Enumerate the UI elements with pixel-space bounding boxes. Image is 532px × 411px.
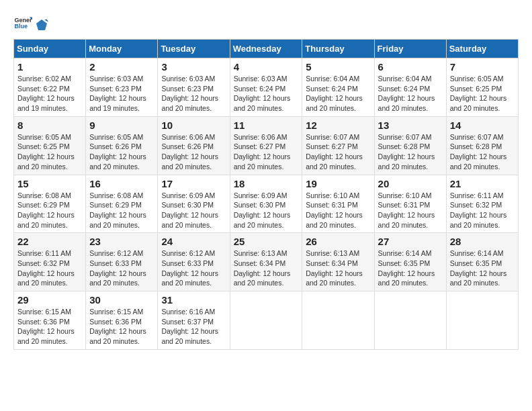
- week-row-1: 1Sunrise: 6:02 AM Sunset: 6:22 PM Daylig…: [14, 58, 519, 117]
- day-info: Sunrise: 6:06 AM Sunset: 6:26 PM Dayligh…: [161, 132, 226, 172]
- day-info: Sunrise: 6:12 AM Sunset: 6:33 PM Dayligh…: [161, 248, 226, 288]
- day-number: 26: [306, 236, 370, 247]
- calendar-cell: 7Sunrise: 6:05 AM Sunset: 6:25 PM Daylig…: [446, 58, 518, 117]
- day-number: 19: [306, 178, 370, 189]
- weekday-header-sunday: Sunday: [14, 40, 86, 58]
- day-number: 2: [89, 61, 154, 73]
- day-number: 27: [378, 236, 443, 247]
- calendar-cell: 29Sunrise: 6:15 AM Sunset: 6:36 PM Dayli…: [14, 291, 86, 350]
- calendar-cell: 6Sunrise: 6:04 AM Sunset: 6:24 PM Daylig…: [374, 58, 446, 117]
- day-info: Sunrise: 6:05 AM Sunset: 6:26 PM Dayligh…: [89, 132, 154, 172]
- day-info: Sunrise: 6:03 AM Sunset: 6:24 PM Dayligh…: [234, 74, 299, 113]
- day-number: 23: [89, 236, 154, 247]
- calendar-cell: 20Sunrise: 6:10 AM Sunset: 6:31 PM Dayli…: [374, 175, 446, 233]
- week-row-5: 29Sunrise: 6:15 AM Sunset: 6:36 PM Dayli…: [14, 291, 519, 350]
- calendar-cell: [230, 291, 302, 350]
- calendar-cell: 12Sunrise: 6:07 AM Sunset: 6:27 PM Dayli…: [302, 116, 374, 175]
- week-row-4: 22Sunrise: 6:11 AM Sunset: 6:32 PM Dayli…: [14, 233, 519, 291]
- day-number: 10: [161, 120, 226, 131]
- logo: General Blue: [13, 13, 48, 32]
- svg-marker-4: [44, 19, 48, 22]
- day-number: 6: [378, 61, 443, 73]
- day-info: Sunrise: 6:13 AM Sunset: 6:34 PM Dayligh…: [234, 248, 299, 288]
- day-number: 21: [450, 178, 515, 189]
- day-number: 31: [161, 294, 226, 306]
- weekday-header-tuesday: Tuesday: [158, 40, 230, 58]
- weekday-header-wednesday: Wednesday: [230, 40, 302, 58]
- day-info: Sunrise: 6:08 AM Sunset: 6:29 PM Dayligh…: [89, 191, 154, 230]
- weekday-header-friday: Friday: [374, 40, 446, 58]
- week-row-3: 15Sunrise: 6:08 AM Sunset: 6:29 PM Dayli…: [14, 175, 519, 233]
- day-number: 18: [234, 178, 299, 189]
- week-row-2: 8Sunrise: 6:05 AM Sunset: 6:25 PM Daylig…: [14, 116, 519, 175]
- day-info: Sunrise: 6:06 AM Sunset: 6:27 PM Dayligh…: [234, 132, 299, 172]
- day-info: Sunrise: 6:11 AM Sunset: 6:32 PM Dayligh…: [450, 191, 515, 230]
- calendar-cell: 16Sunrise: 6:08 AM Sunset: 6:29 PM Dayli…: [86, 175, 158, 233]
- day-number: 28: [450, 236, 515, 247]
- day-info: Sunrise: 6:10 AM Sunset: 6:31 PM Dayligh…: [306, 191, 370, 230]
- calendar-cell: 28Sunrise: 6:14 AM Sunset: 6:35 PM Dayli…: [446, 233, 518, 291]
- day-info: Sunrise: 6:07 AM Sunset: 6:28 PM Dayligh…: [378, 132, 443, 172]
- weekday-header-saturday: Saturday: [446, 40, 518, 58]
- day-number: 16: [89, 178, 154, 189]
- svg-marker-3: [36, 19, 47, 30]
- calendar-table: SundayMondayTuesdayWednesdayThursdayFrid…: [13, 39, 519, 350]
- day-number: 22: [17, 236, 82, 247]
- day-number: 29: [17, 294, 82, 306]
- logo-flag-icon: [35, 18, 48, 32]
- svg-text:Blue: Blue: [14, 23, 28, 30]
- calendar-cell: 10Sunrise: 6:06 AM Sunset: 6:26 PM Dayli…: [158, 116, 230, 175]
- weekday-header-monday: Monday: [86, 40, 158, 58]
- calendar-cell: 15Sunrise: 6:08 AM Sunset: 6:29 PM Dayli…: [14, 175, 86, 233]
- calendar-body: 1Sunrise: 6:02 AM Sunset: 6:22 PM Daylig…: [14, 58, 519, 350]
- day-number: 13: [378, 120, 443, 131]
- calendar-cell: [446, 291, 518, 350]
- day-number: 25: [234, 236, 299, 247]
- calendar-cell: 22Sunrise: 6:11 AM Sunset: 6:32 PM Dayli…: [14, 233, 86, 291]
- calendar-cell: 9Sunrise: 6:05 AM Sunset: 6:26 PM Daylig…: [86, 116, 158, 175]
- calendar-cell: 26Sunrise: 6:13 AM Sunset: 6:34 PM Dayli…: [302, 233, 374, 291]
- day-info: Sunrise: 6:05 AM Sunset: 6:25 PM Dayligh…: [450, 74, 515, 113]
- calendar-cell: 4Sunrise: 6:03 AM Sunset: 6:24 PM Daylig…: [230, 58, 302, 117]
- day-info: Sunrise: 6:14 AM Sunset: 6:35 PM Dayligh…: [378, 248, 443, 288]
- calendar-cell: 30Sunrise: 6:15 AM Sunset: 6:36 PM Dayli…: [86, 291, 158, 350]
- day-info: Sunrise: 6:13 AM Sunset: 6:34 PM Dayligh…: [306, 248, 370, 288]
- day-number: 5: [306, 61, 370, 73]
- calendar-cell: 19Sunrise: 6:10 AM Sunset: 6:31 PM Dayli…: [302, 175, 374, 233]
- calendar-cell: 2Sunrise: 6:03 AM Sunset: 6:23 PM Daylig…: [86, 58, 158, 117]
- day-info: Sunrise: 6:14 AM Sunset: 6:35 PM Dayligh…: [450, 248, 515, 288]
- day-number: 14: [450, 120, 515, 131]
- day-info: Sunrise: 6:05 AM Sunset: 6:25 PM Dayligh…: [17, 132, 82, 172]
- weekday-header-thursday: Thursday: [302, 40, 374, 58]
- day-number: 20: [378, 178, 443, 189]
- calendar-cell: 11Sunrise: 6:06 AM Sunset: 6:27 PM Dayli…: [230, 116, 302, 175]
- calendar-cell: 1Sunrise: 6:02 AM Sunset: 6:22 PM Daylig…: [14, 58, 86, 117]
- day-info: Sunrise: 6:03 AM Sunset: 6:23 PM Dayligh…: [89, 74, 154, 113]
- day-number: 1: [17, 61, 82, 73]
- calendar-cell: 23Sunrise: 6:12 AM Sunset: 6:33 PM Dayli…: [86, 233, 158, 291]
- calendar-cell: 3Sunrise: 6:03 AM Sunset: 6:23 PM Daylig…: [158, 58, 230, 117]
- logo-icon: General Blue: [13, 13, 32, 32]
- calendar-cell: 5Sunrise: 6:04 AM Sunset: 6:24 PM Daylig…: [302, 58, 374, 117]
- day-number: 11: [234, 120, 299, 131]
- calendar-cell: 13Sunrise: 6:07 AM Sunset: 6:28 PM Dayli…: [374, 116, 446, 175]
- calendar-cell: 17Sunrise: 6:09 AM Sunset: 6:30 PM Dayli…: [158, 175, 230, 233]
- day-number: 24: [161, 236, 226, 247]
- day-info: Sunrise: 6:16 AM Sunset: 6:37 PM Dayligh…: [161, 307, 226, 347]
- day-info: Sunrise: 6:03 AM Sunset: 6:23 PM Dayligh…: [161, 74, 226, 113]
- calendar-cell: 18Sunrise: 6:09 AM Sunset: 6:30 PM Dayli…: [230, 175, 302, 233]
- day-number: 9: [89, 120, 154, 131]
- calendar-cell: [374, 291, 446, 350]
- calendar-cell: 14Sunrise: 6:07 AM Sunset: 6:28 PM Dayli…: [446, 116, 518, 175]
- day-info: Sunrise: 6:12 AM Sunset: 6:33 PM Dayligh…: [89, 248, 154, 288]
- day-info: Sunrise: 6:07 AM Sunset: 6:27 PM Dayligh…: [306, 132, 370, 172]
- calendar-cell: 8Sunrise: 6:05 AM Sunset: 6:25 PM Daylig…: [14, 116, 86, 175]
- calendar-cell: 24Sunrise: 6:12 AM Sunset: 6:33 PM Dayli…: [158, 233, 230, 291]
- day-number: 8: [17, 120, 82, 131]
- weekday-header-row: SundayMondayTuesdayWednesdayThursdayFrid…: [14, 40, 519, 58]
- calendar-cell: 27Sunrise: 6:14 AM Sunset: 6:35 PM Dayli…: [374, 233, 446, 291]
- day-number: 15: [17, 178, 82, 189]
- day-number: 17: [161, 178, 226, 189]
- day-info: Sunrise: 6:08 AM Sunset: 6:29 PM Dayligh…: [17, 191, 82, 230]
- day-info: Sunrise: 6:02 AM Sunset: 6:22 PM Dayligh…: [17, 74, 82, 113]
